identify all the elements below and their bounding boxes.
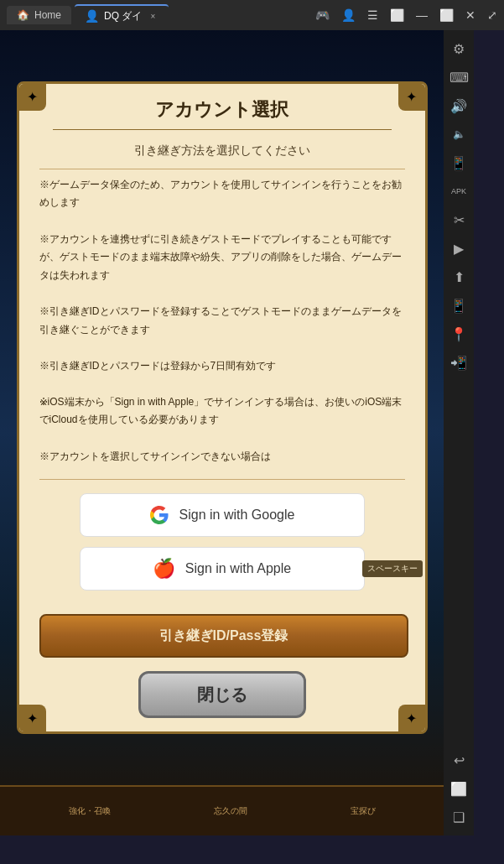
info-text-4: ※iOS端末から「Sign in with Apple」でサインインする場合は、… [39, 393, 405, 429]
modal-footer: Sign in with Google 🍎 Sign in with Apple… [19, 493, 425, 731]
modal-body: ※ゲームデータ保全のため、アカウントを使用してサインインを行うことをお勧めします… [19, 176, 425, 480]
title-divider [53, 129, 392, 130]
toolbar-volume-icon[interactable]: 🔊 [447, 94, 470, 117]
nav-item-2[interactable]: 忘久の間 [214, 805, 247, 817]
tab-close-icon[interactable]: × [147, 10, 158, 22]
space-key-hint: スペースキー [362, 560, 423, 577]
toolbar-apk-icon[interactable]: APK [447, 180, 470, 203]
sign-in-apple-button[interactable]: 🍎 Sign in with Apple スペースキー [80, 547, 365, 591]
home-icon: 🏠 [17, 9, 29, 21]
toolbar-location-icon[interactable]: 📍 [447, 322, 470, 346]
nav-item-3[interactable]: 宝探び [351, 805, 376, 817]
info-text-3: ※引き継ぎIDとパスワードは登録から7日間有効です [39, 357, 405, 376]
toolbar-sound-icon[interactable]: 🔈 [447, 122, 470, 146]
toolbar-keyboard-icon[interactable]: ⌨ [447, 65, 470, 89]
title-bar-controls: 🎮 👤 ☰ ⬜ — ⬜ ✕ ⤢ [315, 8, 497, 22]
toolbar-back-icon[interactable]: ↩ [447, 748, 470, 772]
nav-item-1[interactable]: 強化・召喚 [69, 805, 111, 817]
account-selection-modal: ✦ ✦ ✦ ✦ アカウント選択 引き継ぎ方法を選択してください ※ゲームデータ保… [17, 81, 428, 735]
dq-icon: 👤 [85, 9, 99, 23]
toolbar-settings-icon[interactable]: ⚙ [447, 37, 470, 60]
fullscreen-icon[interactable]: ⤢ [487, 8, 497, 22]
menu-icon[interactable]: ☰ [367, 8, 378, 22]
dq-tab[interactable]: 👤 DQ ダイ × [75, 4, 169, 27]
account-icon[interactable]: 👤 [341, 8, 356, 22]
corner-tl: ✦ [19, 84, 46, 111]
window-restore-icon[interactable]: ⬜ [390, 8, 404, 22]
modal-overlay: ✦ ✦ ✦ ✦ アカウント選択 引き継ぎ方法を選択してください ※ゲームデータ保… [0, 30, 444, 785]
side-toolbar: ⚙ ⌨ 🔊 🔈 📱 APK ✂ ▶ ⬆ 📱 📍 📲 ↩ ⬜ ❑ [444, 30, 474, 835]
close-modal-button[interactable]: 閉じる [138, 671, 306, 718]
apple-button-label: Sign in with Apple [185, 561, 291, 576]
modal-divider-top [39, 169, 405, 169]
sign-in-google-button[interactable]: Sign in with Google [80, 493, 365, 537]
corner-br: ✦ [398, 705, 425, 731]
corner-tr: ✦ [398, 84, 425, 111]
bottom-nav-area: 1 2 3 強化・召喚 忘久の間 宝探び [0, 810, 444, 835]
toolbar-screen-icon[interactable]: 📱 [447, 151, 470, 174]
home-tab[interactable]: 🏠 Home [7, 6, 71, 24]
toolbar-upload-icon[interactable]: ⬆ [447, 265, 470, 289]
google-button-label: Sign in with Google [179, 507, 295, 523]
toolbar-recent-icon[interactable]: ❑ [447, 805, 470, 829]
info-text-1: ※アカウントを連携せずに引き続きゲストモードでプレイすることも可能ですが、ゲスト… [39, 231, 405, 285]
minimize-icon[interactable]: — [416, 8, 428, 22]
info-text-2: ※引き継ぎIDとパスワードを登録することでゲストモードのままゲームデータを引き継… [39, 303, 405, 339]
modal-body-text: ※ゲームデータ保全のため、アカウントを使用してサインインを行うことをお勧めします… [39, 176, 405, 466]
game-area: ✦ ✦ ✦ ✦ アカウント選択 引き継ぎ方法を選択してください ※ゲームデータ保… [0, 30, 474, 835]
modal-title: アカウント選択 [53, 97, 392, 122]
nav-label-2: 忘久の間 [214, 805, 247, 817]
modal-title-area: アカウント選択 [19, 84, 425, 143]
toolbar-play-icon[interactable]: ▶ [447, 237, 470, 260]
toolbar-cut-icon[interactable]: ✂ [447, 208, 470, 232]
transfer-id-button[interactable]: 引き継ぎID/Pass登録 [39, 614, 408, 658]
info-text-0: ※ゲームデータ保全のため、アカウントを使用してサインインを行うことをお勧めします [39, 176, 405, 212]
modal-subtitle: 引き継ぎ方法を選択してください [19, 143, 425, 159]
nav-label-1: 強化・召喚 [69, 805, 111, 817]
gamepad-icon[interactable]: 🎮 [315, 8, 330, 22]
dq-tab-label: DQ ダイ [104, 9, 142, 23]
toolbar-mobile-icon[interactable]: 📲 [447, 351, 470, 374]
apple-icon: 🍎 [153, 560, 175, 578]
home-tab-label: Home [34, 9, 61, 21]
maximize-icon[interactable]: ⬜ [439, 8, 454, 22]
corner-bl: ✦ [19, 705, 46, 731]
title-bar: 🏠 Home 👤 DQ ダイ × 🎮 👤 ☰ ⬜ — ⬜ ✕ ⤢ [0, 0, 504, 30]
toolbar-home-icon[interactable]: ⬜ [447, 777, 470, 800]
toolbar-device-icon[interactable]: 📱 [447, 294, 470, 317]
google-icon [149, 505, 169, 525]
info-text-5: ※アカウントを選択してサインインできない場合は [39, 448, 405, 466]
transfer-button-label: 引き継ぎID/Pass登録 [159, 627, 288, 645]
close-window-icon[interactable]: ✕ [465, 8, 475, 22]
close-button-label: 閉じる [197, 684, 247, 706]
modal-divider-bottom [39, 479, 405, 480]
bottom-nav: 強化・召喚 忘久の間 宝探び [0, 785, 444, 835]
nav-label-3: 宝探び [351, 805, 376, 817]
